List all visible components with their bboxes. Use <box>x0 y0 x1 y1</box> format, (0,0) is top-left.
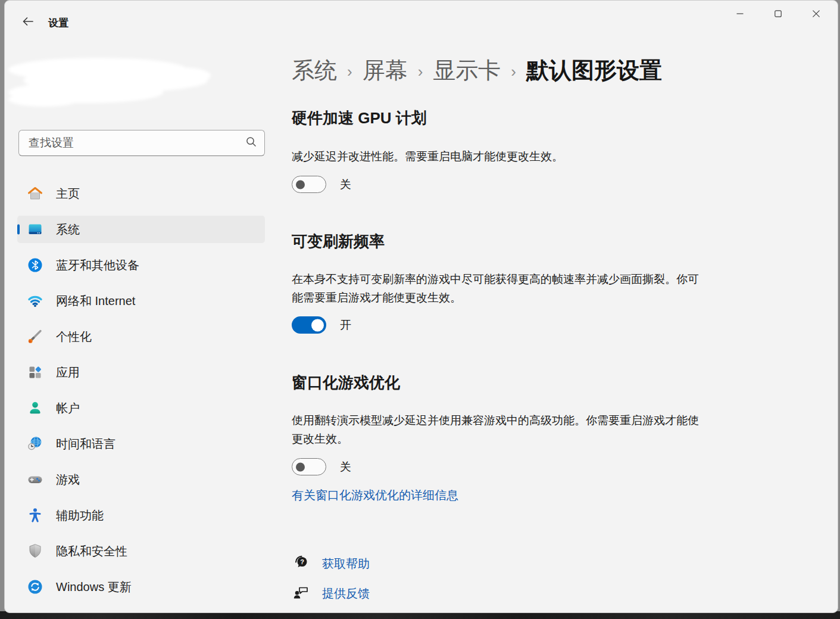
breadcrumb: 系统 › 屏幕 › 显示卡 › 默认图形设置 <box>292 55 662 86</box>
feedback-link[interactable]: 提供反馈 <box>292 583 370 604</box>
sidebar-item-label: 帐户 <box>56 400 80 416</box>
breadcrumb-graphics[interactable]: 显示卡 <box>433 55 501 86</box>
svg-text:?: ? <box>300 558 304 565</box>
system-icon <box>27 221 43 238</box>
close-icon <box>813 10 820 17</box>
section-desc-vrr: 在本身不支持可变刷新率的游戏中尽可能获得更高的帧速率并减少画面撕裂。你可能需要重… <box>292 270 705 307</box>
sidebar-item-label: 应用 <box>56 365 80 381</box>
window-controls <box>721 1 835 27</box>
chevron-right-icon: › <box>511 61 516 81</box>
accounts-icon <box>27 400 43 416</box>
back-arrow-icon <box>21 15 35 30</box>
apps-icon <box>27 364 43 381</box>
search-icon <box>245 136 257 150</box>
page-title: 默认图形设置 <box>526 55 662 86</box>
section-desc-windowed-games: 使用翻转演示模型减少延迟并使用兼容游戏中的高级功能。你需要重启游戏才能使更改生效… <box>292 411 705 448</box>
section-title-vrr: 可变刷新频率 <box>292 231 385 252</box>
feedback-label: 提供反馈 <box>322 586 370 602</box>
sidebar-item-system[interactable]: 系统 <box>17 216 265 243</box>
vrr-toggle[interactable] <box>292 316 326 334</box>
get-help-label: 获取帮助 <box>322 556 370 572</box>
sidebar-item-label: 隐私和安全性 <box>56 543 127 559</box>
windowed-games-info-link[interactable]: 有关窗口化游戏优化的详细信息 <box>292 487 458 503</box>
vrr-toggle-label: 开 <box>340 318 351 333</box>
sidebar-item-label: 网络和 Internet <box>56 293 135 309</box>
minimize-button[interactable] <box>721 1 759 27</box>
home-icon <box>27 185 43 202</box>
sidebar-item-bluetooth[interactable]: 蓝牙和其他设备 <box>17 251 265 279</box>
breadcrumb-display[interactable]: 屏幕 <box>363 55 408 86</box>
windows-update-icon <box>27 578 43 595</box>
toggle-knob <box>311 319 324 331</box>
sidebar-item-accounts[interactable]: 帐户 <box>17 394 265 422</box>
sidebar-item-personalization[interactable]: 个性化 <box>17 323 265 350</box>
sidebar-item-home[interactable]: 主页 <box>17 180 265 207</box>
redaction-smudge <box>2 53 229 113</box>
sidebar-item-time-language[interactable]: 时间和语言 <box>17 430 265 458</box>
sidebar-item-accessibility[interactable]: 辅助功能 <box>17 502 265 529</box>
network-icon <box>27 293 43 309</box>
sidebar-item-gaming[interactable]: 游戏 <box>17 466 265 493</box>
sidebar-item-label: 主页 <box>56 186 80 202</box>
gpu-scheduling-toggle-label: 关 <box>340 177 351 192</box>
maximize-icon <box>775 10 782 17</box>
windowed-games-toggle[interactable] <box>292 458 326 475</box>
accessibility-icon <box>27 507 43 524</box>
get-help-link[interactable]: ? 获取帮助 <box>292 553 370 574</box>
sidebar-item-label: 辅助功能 <box>56 508 104 524</box>
toggle-knob <box>296 462 305 471</box>
sidebar-item-label: 蓝牙和其他设备 <box>56 257 139 273</box>
section-desc-gpu-scheduling: 减少延迟并改进性能。需要重启电脑才能使更改生效。 <box>292 147 705 166</box>
sidebar-item-label: 系统 <box>56 222 80 238</box>
desktop: { "titlebar": { "app_title": "设置" }, "si… <box>0 0 840 619</box>
get-help-icon: ? <box>292 553 310 574</box>
toggle-knob <box>296 180 305 189</box>
privacy-icon <box>27 543 43 559</box>
sidebar-item-privacy[interactable]: 隐私和安全性 <box>17 537 265 565</box>
gaming-icon <box>27 471 43 488</box>
gpu-scheduling-toggle[interactable] <box>292 176 326 193</box>
time-language-icon <box>27 436 43 452</box>
sidebar-item-apps[interactable]: 应用 <box>17 359 265 386</box>
section-title-gpu-scheduling: 硬件加速 GPU 计划 <box>292 108 427 129</box>
chevron-right-icon: › <box>347 61 352 81</box>
sidebar-item-network[interactable]: 网络和 Internet <box>17 287 265 315</box>
windowed-games-toggle-label: 关 <box>340 459 351 475</box>
settings-window: 设置 主页 <box>4 0 838 613</box>
sidebar-item-label: 游戏 <box>56 472 80 488</box>
back-button[interactable] <box>17 14 39 32</box>
chevron-right-icon: › <box>418 61 423 81</box>
sidebar-item-label: 时间和语言 <box>56 436 115 452</box>
sidebar-item-windows-update[interactable]: Windows 更新 <box>17 573 265 601</box>
maximize-button[interactable] <box>759 1 797 27</box>
app-title: 设置 <box>48 16 68 30</box>
feedback-icon <box>292 583 310 604</box>
search-input[interactable] <box>27 136 245 150</box>
close-button[interactable] <box>797 1 835 27</box>
sidebar-nav: 主页 系统 蓝牙和其他设备 网络和 Internet 个性化 <box>17 180 265 609</box>
sidebar-item-label: 个性化 <box>56 329 92 345</box>
personalization-icon <box>27 328 43 345</box>
section-title-windowed-games: 窗口化游戏优化 <box>292 372 400 393</box>
minimize-icon <box>736 10 744 17</box>
bluetooth-icon <box>27 257 43 273</box>
search-box <box>18 130 265 156</box>
breadcrumb-system[interactable]: 系统 <box>292 55 337 86</box>
sidebar-item-label: Windows 更新 <box>56 579 132 595</box>
